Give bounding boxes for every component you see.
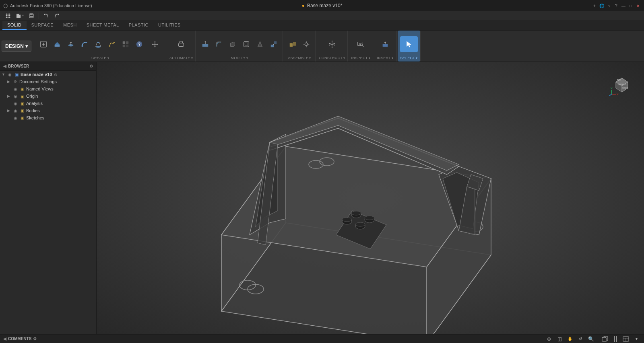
construct-arrow[interactable]: ▾ (343, 56, 345, 60)
svg-text:X: X (617, 93, 619, 96)
svg-rect-15 (55, 44, 60, 46)
press-pull-tool[interactable] (199, 36, 212, 52)
visibility-icon-analysis[interactable]: ◉ (12, 101, 18, 106)
new-tab-btn[interactable]: + (592, 3, 597, 8)
web-btn[interactable]: 🌐 (599, 3, 605, 8)
tab-utilities[interactable]: UTILITIES (153, 21, 186, 30)
orbit2-btn[interactable]: ↺ (576, 335, 585, 343)
automate-arrow[interactable]: ▾ (191, 56, 193, 60)
tree-item-bodies[interactable]: ▶ ◉ ▣ Bodies (0, 107, 96, 114)
tree-label-namedviews: Named Views (26, 86, 54, 91)
save-btn[interactable] (27, 12, 36, 19)
inspect-arrow[interactable]: ▾ (369, 56, 370, 60)
tree-label-analysis: Analysis (26, 101, 43, 106)
create-arrow[interactable]: ▾ (107, 56, 109, 60)
automate-tool[interactable] (172, 36, 190, 52)
file-menu-btn[interactable]: ▾ (14, 12, 26, 19)
select-tool[interactable] (400, 36, 418, 52)
component-icon-root: ▣ (14, 72, 19, 77)
pattern-tool[interactable] (119, 36, 132, 52)
browser-panel: ◀ BROWSER ⚙ ▼ ◉ ▣ Base maze v10 ⊙ ▶ ⚙ Do… (0, 62, 97, 334)
inspect-tool[interactable] (352, 36, 369, 52)
pan-btn[interactable]: ◫ (555, 335, 564, 343)
redo-btn[interactable] (52, 12, 62, 19)
navigation-cube[interactable]: FRONT RIGHT TOP X Y (608, 70, 636, 98)
tree-item-docsettings[interactable]: ▶ ⚙ Document Settings (0, 78, 96, 85)
tree-label-origin: Origin (26, 94, 38, 99)
view-cube-btn[interactable] (601, 335, 609, 343)
viewport[interactable]: FRONT RIGHT TOP X Y (97, 62, 644, 334)
draft-tool[interactable] (254, 36, 266, 52)
app-menu-btn[interactable] (3, 12, 13, 19)
loft-tool[interactable] (92, 36, 105, 52)
svg-text:Y: Y (611, 87, 613, 90)
insert-tool[interactable] (376, 36, 394, 52)
browser-collapse-btn[interactable]: ◀ (3, 64, 6, 68)
tab-mesh[interactable]: MESH (58, 21, 82, 30)
svg-rect-17 (82, 45, 83, 47)
freeform-tool[interactable] (105, 36, 118, 52)
comments-options[interactable]: ⚙ (33, 337, 37, 341)
insert-arrow[interactable]: ▾ (392, 56, 393, 60)
svg-point-79 (342, 218, 352, 222)
tree-arrow-root: ▼ (2, 72, 6, 76)
home-btn[interactable]: ⌂ (606, 3, 612, 8)
assemble-label: ASSEMBLE (288, 56, 308, 60)
extrude-tool[interactable] (51, 36, 64, 52)
undo-btn[interactable] (41, 12, 51, 19)
minimize-btn[interactable]: — (621, 3, 626, 8)
tree-item-namedviews[interactable]: ▶ ◉ ▣ Named Views (0, 85, 96, 92)
app-icon: ⬡ (3, 3, 8, 9)
close-btn[interactable]: ✕ (635, 3, 641, 8)
look-btn[interactable]: ✋ (566, 335, 574, 343)
folder-icon-bodies: ▣ (19, 108, 25, 113)
zoom-btn[interactable]: 🔍 (586, 335, 595, 343)
modify-arrow[interactable]: ▾ (246, 56, 248, 60)
title-center: ● Base maze v10* (302, 3, 343, 8)
visibility-icon-bodies[interactable]: ◉ (12, 108, 18, 113)
visibility-icon-root[interactable]: ◉ (7, 72, 12, 77)
tab-sheetmetal[interactable]: SHEET METAL (82, 21, 124, 30)
modify-label: MODIFY (231, 56, 246, 60)
tree-item-sketches[interactable]: ▶ ◉ ▣ Sketches (0, 114, 96, 121)
visibility-icon-sketches[interactable]: ◉ (12, 115, 18, 121)
app-title: Autodesk Fusion 360 (Education License) (10, 3, 92, 8)
model-view (97, 62, 644, 334)
offset-plane-tool[interactable] (322, 36, 342, 52)
new-component-assemble-tool[interactable] (286, 36, 299, 52)
tree-item-root[interactable]: ▼ ◉ ▣ Base maze v10 ⊙ (0, 71, 96, 78)
tree-item-origin[interactable]: ▶ ◉ ▣ Origin (0, 92, 96, 100)
display-settings-btn[interactable] (621, 335, 630, 343)
design-dropdown[interactable]: DESIGN ▾ (2, 41, 31, 52)
chamfer-tool[interactable] (226, 36, 239, 52)
fillet-tool[interactable] (213, 36, 225, 52)
svg-point-48 (329, 45, 330, 45)
help-btn[interactable]: ? (613, 3, 619, 8)
comments-collapse-btn[interactable]: ◀ (3, 337, 6, 341)
visibility-icon-namedviews[interactable]: ◉ (12, 86, 18, 92)
revolve-tool[interactable] (64, 36, 77, 52)
browser-options-btn[interactable]: ⚙ (89, 64, 93, 68)
tree-item-analysis[interactable]: ▶ ◉ ▣ Analysis (0, 100, 96, 107)
tab-solid[interactable]: SOLID (2, 21, 27, 30)
joint-tool[interactable] (300, 36, 313, 52)
grid-btn[interactable] (611, 335, 620, 343)
create-label: CREATE (91, 56, 107, 60)
tab-plastic[interactable]: PLASTIC (124, 21, 153, 30)
select-arrow[interactable]: ▾ (416, 56, 417, 60)
sweep-tool[interactable] (78, 36, 91, 52)
orbit-btn[interactable]: ⊕ (545, 335, 553, 343)
move-tool[interactable] (147, 36, 163, 52)
maximize-btn[interactable]: □ (628, 3, 634, 8)
bottom-right: ⊕ ◫ ✋ ↺ 🔍 ▾ (545, 335, 641, 343)
svg-rect-30 (244, 41, 249, 47)
tab-surface[interactable]: SURFACE (27, 21, 58, 30)
shell-tool[interactable] (240, 36, 253, 52)
scale-tool[interactable] (267, 36, 280, 52)
assemble-arrow[interactable]: ▾ (309, 56, 311, 60)
create-more-tool[interactable] (133, 36, 146, 52)
svg-point-7 (8, 16, 9, 18)
visibility-icon-origin[interactable]: ◉ (12, 93, 18, 99)
more-settings-btn[interactable]: ▾ (632, 335, 641, 343)
new-component-tool[interactable] (37, 36, 50, 52)
